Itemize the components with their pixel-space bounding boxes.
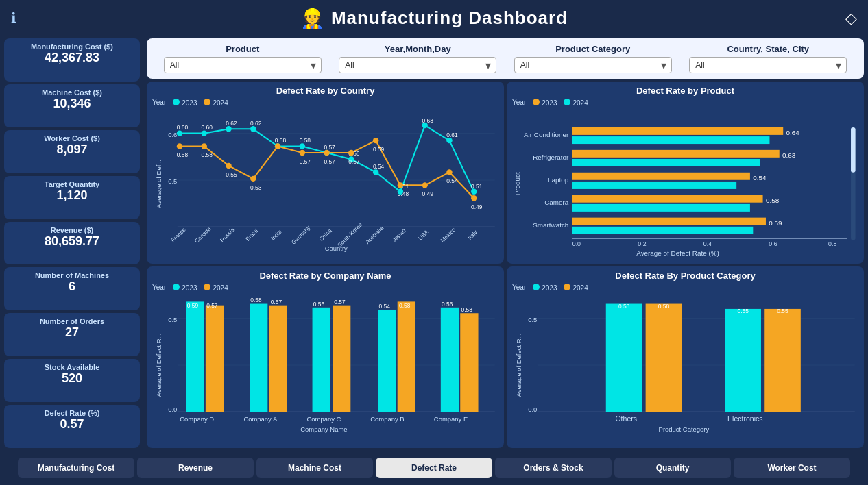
tab-btn-orders-&-stock[interactable]: Orders & Stock	[495, 458, 612, 478]
bar-electronics-2024	[764, 308, 801, 411]
chart-defect-company: Defect Rate by Company Name Year 2023 20…	[147, 266, 504, 449]
svg-text:0.58: 0.58	[250, 297, 262, 303]
filter-label-1: Year,Month,Day	[385, 44, 451, 54]
filter-select-3[interactable]: All	[689, 57, 847, 73]
filter-select-wrap-2: All	[514, 57, 672, 73]
tab-btn-quantity[interactable]: Quantity	[614, 458, 731, 478]
bar-smartwatch-2024	[572, 227, 753, 234]
chart-area-product: Air Conditioner Refrigerator Laptop Came…	[512, 108, 858, 260]
svg-text:0.49: 0.49	[422, 190, 433, 197]
svg-text:0.62: 0.62	[226, 120, 237, 127]
diamond-icon[interactable]: ◇	[845, 10, 857, 27]
svg-point-44	[324, 150, 329, 156]
svg-point-56	[471, 195, 477, 201]
filter-select-2[interactable]: All	[514, 57, 672, 73]
bar-compB-2024	[398, 301, 415, 412]
chart-title-company: Defect Rate by Company Name	[152, 271, 498, 281]
sidebar: Manufacturing Cost ($) 42,367.83 Machine…	[0, 36, 144, 451]
svg-text:0.57: 0.57	[324, 158, 335, 165]
svg-point-31	[471, 189, 477, 195]
kpi-value-2: 8,097	[11, 142, 133, 157]
svg-text:0.60: 0.60	[177, 124, 189, 131]
legend-year-label: Year	[152, 99, 166, 106]
filter-group-2: Product Category All	[505, 44, 681, 73]
bar-electronics-2023	[725, 308, 761, 411]
svg-point-41	[275, 143, 280, 149]
svg-rect-79	[851, 127, 856, 173]
tab-btn-revenue[interactable]: Revenue	[137, 458, 254, 478]
chart-title-product: Defect Rate by Product	[512, 86, 858, 96]
filter-select-0[interactable]: All	[164, 57, 322, 73]
bar-laptop-2024	[572, 182, 736, 189]
legend-2024-label: 2024	[213, 99, 228, 107]
filter-select-1[interactable]: All	[339, 57, 496, 73]
svg-text:0.55: 0.55	[226, 171, 237, 178]
chart-area-company: Average of Defect R... 0.5 0.0	[152, 293, 498, 445]
bottom-tabs: Manufacturing CostRevenueMachine CostDef…	[0, 451, 868, 485]
bar-compC-2024	[333, 305, 350, 412]
filter-label-0: Product	[226, 44, 259, 54]
kpi-label-5: Number of Machines	[11, 271, 133, 279]
svg-text:USA: USA	[417, 228, 431, 242]
svg-point-35	[202, 143, 207, 149]
bar-fridge-2024	[572, 159, 760, 166]
svg-point-52	[422, 182, 427, 188]
legend-2023-dot	[173, 99, 180, 105]
svg-point-17	[300, 143, 305, 149]
svg-text:Brazil: Brazil	[244, 227, 259, 242]
filter-label-2: Product Category	[555, 44, 630, 54]
svg-text:Product: Product	[514, 172, 521, 195]
legend-2024-dot-c	[204, 284, 210, 290]
svg-text:Smartwatch: Smartwatch	[533, 221, 568, 229]
svg-text:0.54: 0.54	[753, 174, 767, 182]
bar-aircond-2024	[572, 136, 770, 144]
filter-select-wrap-1: All	[339, 57, 496, 73]
tab-btn-defect-rate[interactable]: Defect Rate	[376, 458, 492, 478]
filter-select-wrap-3: All	[689, 57, 847, 73]
chart-defect-country: Defect Rate by Country Year 2023 2024 Av…	[147, 82, 504, 264]
svg-text:Canada: Canada	[193, 225, 213, 245]
svg-text:0.53: 0.53	[250, 184, 262, 191]
info-icon[interactable]: ℹ	[11, 10, 16, 26]
tab-btn-machine-cost[interactable]: Machine Cost	[256, 458, 373, 478]
svg-text:0.55: 0.55	[737, 308, 749, 314]
tab-btn-manufacturing-cost[interactable]: Manufacturing Cost	[18, 458, 134, 478]
svg-point-29	[446, 138, 452, 143]
bar-others-2023	[606, 303, 642, 412]
tab-btn-worker-cost[interactable]: Worker Cost	[734, 458, 850, 478]
svg-point-54	[446, 169, 452, 175]
svg-text:Company E: Company E	[434, 415, 468, 423]
kpi-value-4: 80,659.77	[11, 234, 133, 249]
svg-text:0.56: 0.56	[313, 300, 325, 307]
svg-text:0.61: 0.61	[446, 132, 458, 138]
page-title: Manufacturing Dashboard	[331, 8, 568, 29]
kpi-label-4: Revenue ($)	[11, 226, 133, 234]
svg-text:0.60: 0.60	[202, 124, 213, 131]
svg-text:0.58: 0.58	[177, 151, 189, 158]
svg-point-46	[348, 150, 354, 156]
svg-text:0.63: 0.63	[422, 117, 433, 124]
main-layout: Manufacturing Cost ($) 42,367.83 Machine…	[0, 36, 868, 451]
svg-text:0.49: 0.49	[471, 203, 483, 210]
svg-text:0.6: 0.6	[769, 240, 777, 247]
bar-compA-2024	[269, 305, 287, 412]
svg-text:Japan: Japan	[391, 227, 407, 242]
filter-group-3: Country, State, City All	[681, 44, 856, 73]
svg-text:0.58: 0.58	[275, 137, 287, 144]
svg-text:0.54: 0.54	[379, 302, 391, 309]
bar-compE-2023	[441, 307, 459, 412]
chart-svg-category: Average of Defect R... 0.5 0.0 0.58	[512, 293, 858, 445]
svg-text:0.2: 0.2	[638, 240, 646, 247]
legend-2024-dot-cat	[564, 284, 570, 290]
kpi-card-8: Defect Rate (%) 0.57	[4, 405, 140, 448]
kpi-label-6: Number of Orders	[11, 317, 133, 325]
chart-defect-category: Defect Rate By Product Category Year 202…	[507, 266, 864, 449]
svg-text:0.62: 0.62	[250, 120, 262, 127]
svg-text:Others: Others	[615, 414, 637, 423]
legend-2024-dot-p	[564, 99, 570, 105]
svg-text:0.58: 0.58	[399, 301, 411, 308]
chart-legend-category: Year 2023 2024	[512, 284, 858, 292]
svg-text:0.58: 0.58	[300, 137, 311, 144]
filter-group-1: Year,Month,Day All	[330, 44, 506, 73]
legend-2023-label: 2023	[182, 99, 197, 107]
